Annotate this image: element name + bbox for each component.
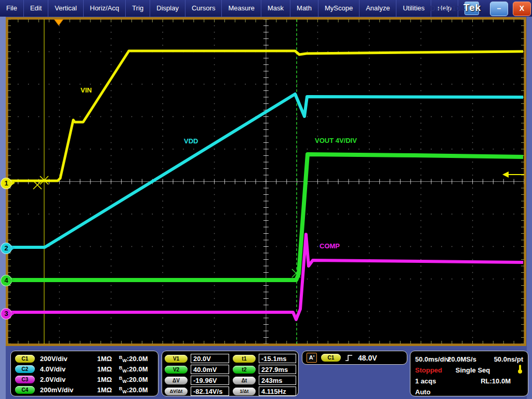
channel-marker-3[interactable]: 3 <box>1 308 12 320</box>
channel-marker-arrow-4 <box>11 277 15 283</box>
cursor-row-voltage: V240.0mV <box>165 364 229 375</box>
acquisition-status: Stopped <box>415 365 442 376</box>
temperature-icon <box>517 365 523 374</box>
channel-scale: 2.0V/div <box>40 376 97 383</box>
cursor-pill[interactable]: V2 <box>165 366 188 374</box>
channel-pill-c3[interactable]: C3 <box>15 376 35 383</box>
menu-item-mask[interactable]: Mask <box>261 0 290 17</box>
menu-item-utilities[interactable]: Utilities <box>396 0 431 17</box>
channel-scale: 4.0V/div <box>40 365 97 373</box>
trigger-level-arrow-icon[interactable] <box>502 171 509 178</box>
title-bar: FileEditVerticalHoriz/AcqTrigDisplayCurs… <box>0 0 532 17</box>
menu-item-trig[interactable]: Trig <box>126 0 150 17</box>
menu-item-horiz-acq[interactable]: Horiz/Acq <box>84 0 126 17</box>
record-length-value: RL:10.0M <box>481 376 511 387</box>
tek-logo: Tek <box>463 2 481 14</box>
channel-row-c2: C24.0V/div1MΩBW:20.0M <box>15 364 154 374</box>
channel-settings-panel: C1200V/div1MΩBW:20.0MC24.0V/div1MΩBW:20.… <box>10 351 158 396</box>
minimize-button[interactable]: – <box>490 2 508 16</box>
cursor-pill[interactable]: ΔV <box>165 377 188 384</box>
channel-impedance: 1MΩ <box>97 376 119 383</box>
trace-vin <box>8 51 523 181</box>
cursor-value-field: 243ms <box>259 376 296 385</box>
menu-item-display[interactable]: Display <box>150 0 185 17</box>
channel-pill-c1[interactable]: C1 <box>15 355 35 363</box>
cursor-pill[interactable]: t1 <box>233 355 256 363</box>
acquisition-count: 1 acqs <box>415 376 436 387</box>
trace-label-vout: VOUT 4V/DIV <box>315 137 357 144</box>
cursor-row-voltage: ΔV/Δt-82.14V/s <box>165 386 229 396</box>
trigger-level-value: 48.0V <box>358 354 377 362</box>
cursor-pill[interactable]: Δt <box>233 377 256 384</box>
cursor-value-field: 20.0V <box>191 354 229 363</box>
channel-pill-c4[interactable]: C4 <box>15 386 35 394</box>
channel-bandwidth: BW:20.0M <box>119 355 148 363</box>
channel-scale: 200mV/div <box>40 386 97 394</box>
channel-row-c3: C32.0V/div1MΩBW:20.0M <box>15 375 154 384</box>
trigger-panel: A' C1 48.0V <box>302 351 407 365</box>
trace-label-vin: VIN <box>81 86 92 94</box>
cursor-pill[interactable]: t2 <box>233 366 256 374</box>
menu-item-myscope[interactable]: MyScope <box>318 0 360 17</box>
menu-item-vertical[interactable]: Vertical <box>48 0 84 17</box>
resolution-value: 50.0ns/pt <box>494 354 523 365</box>
left-edge-strip <box>0 17 6 399</box>
menu-item-measure[interactable]: Measure <box>222 0 261 17</box>
acquisition-panel: 50.0ms/div 20.0MS/s 50.0ns/pt Stopped Si… <box>410 351 528 396</box>
channel-impedance: 1MΩ <box>97 386 119 394</box>
cursor-row-voltage: V120.0V <box>165 353 229 364</box>
channel-row-c1: C1200V/div1MΩBW:20.0M <box>15 354 154 364</box>
waveform-display[interactable]: VINVDDVOUT 4V/DIVCOMP <box>6 17 526 346</box>
trigger-a-badge: A' <box>307 353 317 363</box>
menu-item-analyze[interactable]: Analyze <box>360 0 396 17</box>
close-button[interactable]: X <box>513 2 531 16</box>
channel-marker-4[interactable]: 4 <box>1 275 12 286</box>
cursor-row-time: Δt243ms <box>233 375 296 385</box>
channel-impedance: 1MΩ <box>97 355 119 363</box>
cursor-value-field: 4.115Hz <box>259 387 296 396</box>
channel-impedance: 1MΩ <box>97 365 119 373</box>
channel-marker-arrow-3 <box>11 311 15 316</box>
cursor-row-time: t1-15.1ms <box>233 353 296 364</box>
channel-bandwidth: BW:20.0M <box>119 386 148 394</box>
trace-label-comp: COMP <box>320 242 340 250</box>
rising-edge-icon <box>344 353 354 363</box>
acquisition-mode: Single Seq <box>456 365 490 376</box>
channel-pill-c2[interactable]: C2 <box>15 365 35 373</box>
menu-item-file[interactable]: File <box>0 0 24 17</box>
cursor-pill[interactable]: V1 <box>165 355 188 363</box>
channel-bandwidth: BW:20.0M <box>119 365 148 374</box>
cursor-readout-panel: V120.0VV240.0mVΔV-19.96VΔV/Δt-82.14V/s t… <box>162 351 299 396</box>
menu-bar: FileEditVerticalHoriz/AcqTrigDisplayCurs… <box>0 0 458 17</box>
sample-rate-value: 20.0MS/s <box>447 354 476 365</box>
cursor-pill[interactable]: 1/Δt <box>233 388 256 395</box>
timebase-value: 50.0ms/div <box>415 354 450 365</box>
cursor-pill[interactable]: ΔV/Δt <box>165 388 188 395</box>
channel-marker-1[interactable]: 1 <box>1 178 12 189</box>
channel-marker-arrow-1 <box>11 180 15 185</box>
cursor-row-time: 1/Δt4.115Hz <box>233 386 296 396</box>
cursor-value-field: -15.1ms <box>259 354 296 363</box>
channel-scale: 200V/div <box>40 355 97 363</box>
channel-row-c4: C4200mV/div1MΩBW:20.0M <box>15 385 154 395</box>
cursor-value-field: 40.0mV <box>191 365 229 374</box>
channel-marker-arrow-2 <box>11 245 15 250</box>
fastacq-mode: Auto <box>415 387 431 397</box>
right-edge-strip <box>527 17 532 399</box>
menu-item-edit[interactable]: Edit <box>24 0 48 17</box>
cursor-value-field: -19.96V <box>191 376 229 385</box>
graticule: VINVDDVOUT 4V/DIVCOMP <box>8 19 524 344</box>
cursor-row-time: t2227.9ms <box>233 364 296 375</box>
trace-label-vdd: VDD <box>184 137 198 145</box>
channel-marker-2[interactable]: 2 <box>1 243 12 254</box>
menu-item-math[interactable]: Math <box>290 0 318 17</box>
cursor-row-voltage: ΔV-19.96V <box>165 375 229 385</box>
menu-item-cursors[interactable]: Cursors <box>185 0 222 17</box>
trigger-source-pill[interactable]: C1 <box>321 354 341 362</box>
model-label: DPO7104 <box>430 4 466 12</box>
cursor-value-field: -82.14V/s <box>191 387 229 396</box>
trigger-position-marker[interactable] <box>54 19 63 25</box>
channel-bandwidth: BW:20.0M <box>119 376 148 384</box>
trace-comp <box>8 234 523 320</box>
cursor-value-field: 227.9ms <box>259 365 296 374</box>
